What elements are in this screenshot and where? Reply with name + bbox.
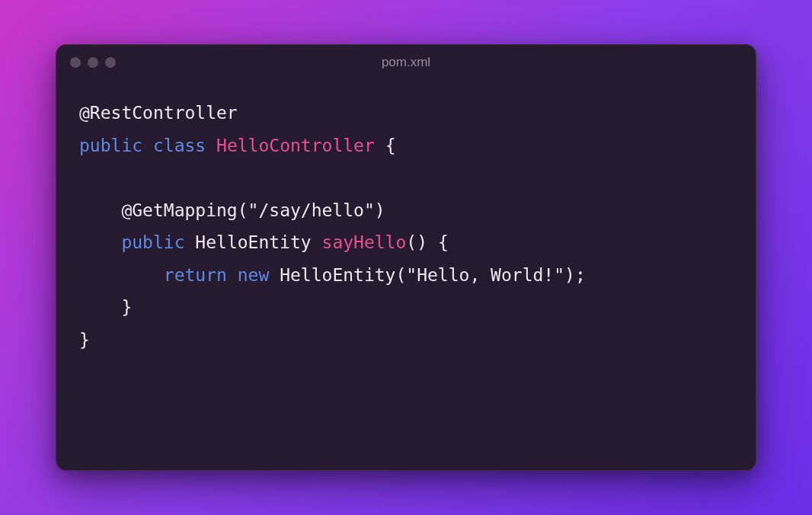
open-paren: ( xyxy=(238,200,248,220)
code-editor[interactable]: @RestController public class HelloContro… xyxy=(56,80,756,470)
indent xyxy=(79,200,121,220)
window-controls xyxy=(70,57,116,68)
window-title: pom.xml xyxy=(70,55,742,70)
keyword-new: new xyxy=(238,265,270,285)
code-line-1: @RestController xyxy=(79,103,238,123)
constructor-name: HelloEntity xyxy=(280,265,395,285)
annotation-get-mapping: GetMapping xyxy=(132,200,237,220)
string-hello-world: "Hello, World!" xyxy=(406,265,564,285)
method-name-say-hello: sayHello xyxy=(322,232,407,252)
parens: () xyxy=(406,232,427,252)
indent xyxy=(79,232,121,252)
close-brace: } xyxy=(121,297,132,317)
code-line-7: } xyxy=(79,297,132,317)
code-line-4: @GetMapping("/say/hello") xyxy=(79,200,385,220)
keyword-return: return xyxy=(164,265,227,285)
indent xyxy=(79,265,164,285)
code-line-5: public HelloEntity sayHello() { xyxy=(79,232,449,252)
string-path: "/say/hello" xyxy=(248,200,375,220)
title-bar: pom.xml xyxy=(56,45,756,80)
code-line-2: public class HelloController { xyxy=(79,136,396,155)
annotation-rest-controller: RestController xyxy=(90,103,238,123)
annotation-at: @ xyxy=(79,103,90,123)
open-brace: { xyxy=(438,232,449,252)
close-icon[interactable] xyxy=(70,57,81,68)
zoom-icon[interactable] xyxy=(105,57,116,68)
indent xyxy=(79,297,121,317)
close-paren-semi: ); xyxy=(564,265,586,285)
keyword-public: public xyxy=(121,232,184,252)
minimize-icon[interactable] xyxy=(88,57,98,68)
class-name-hello-controller: HelloController xyxy=(216,136,375,155)
code-line-6: return new HelloEntity("Hello, World!"); xyxy=(79,265,586,285)
code-line-8: } xyxy=(79,330,90,350)
close-brace: } xyxy=(79,330,90,350)
annotation-at: @ xyxy=(121,200,132,220)
open-brace: { xyxy=(385,136,396,155)
close-paren: ) xyxy=(375,200,385,220)
keyword-class: class xyxy=(153,136,206,155)
keyword-public: public xyxy=(79,136,142,155)
editor-window: pom.xml @RestController public class Hel… xyxy=(56,44,756,471)
return-type: HelloEntity xyxy=(195,232,311,252)
open-paren: ( xyxy=(395,265,406,285)
